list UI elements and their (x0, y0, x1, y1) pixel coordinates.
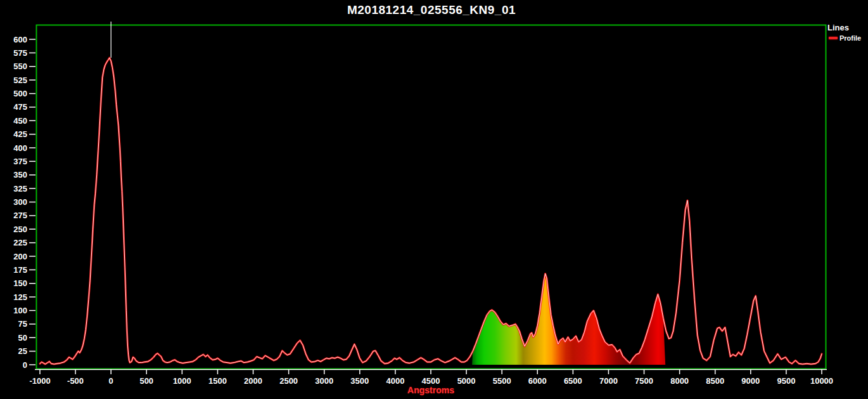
x-tick-label: -1000 (29, 376, 50, 386)
x-tick-label: 3500 (350, 376, 369, 386)
spectrum-chart: -1000-5000500100015002000250030003500400… (0, 0, 868, 399)
legend-item-label: Profile (839, 34, 861, 42)
profile-line (40, 58, 822, 364)
x-tick-label: 2500 (279, 376, 298, 386)
spectrum-viewer: M20181214_025556_KN9_01 -1000-5000500100… (0, 0, 868, 399)
x-tick-label: 9000 (741, 376, 760, 386)
y-tick-label: 500 (13, 89, 27, 98)
y-tick-label: 100 (13, 306, 27, 315)
y-tick-label: 475 (13, 102, 27, 112)
x-tick-label: 0 (109, 376, 113, 386)
y-tick-label: 125 (13, 292, 27, 302)
y-tick-label: 400 (13, 143, 27, 153)
y-tick-label: 350 (13, 170, 27, 180)
plot-border (37, 25, 826, 369)
x-tick-label: 4500 (422, 376, 440, 386)
y-tick-label: 325 (13, 184, 27, 193)
y-tick-label: 575 (13, 48, 27, 58)
y-tick-label: 425 (13, 129, 27, 139)
x-tick-label: 5500 (493, 376, 511, 386)
x-tick-label: 1500 (208, 376, 227, 386)
profile-line-core (40, 58, 822, 364)
x-tick-label: 10000 (810, 376, 833, 386)
y-tick-label: 175 (13, 265, 27, 275)
spectrum-fill (472, 273, 665, 365)
x-tick-label: 2000 (244, 376, 262, 386)
y-tick-label: 275 (13, 211, 27, 220)
x-tick-label: 9500 (777, 376, 795, 386)
x-tick-label: 6000 (528, 376, 547, 386)
x-tick-label: 1000 (173, 376, 191, 386)
y-tick-label: 75 (18, 319, 27, 329)
y-tick-label: 525 (13, 75, 27, 85)
y-tick-label: 200 (13, 252, 27, 261)
y-tick-label: 0 (23, 360, 27, 370)
x-axis-title: Angstroms (36, 385, 826, 395)
x-tick-label: 500 (139, 376, 153, 386)
y-tick-label: 375 (13, 157, 27, 166)
y-tick-label: 600 (13, 35, 27, 44)
y-tick-label: 550 (13, 62, 27, 71)
profile-line-marker-icon (829, 37, 838, 39)
y-tick-label: 250 (13, 225, 27, 234)
y-tick-label: 225 (13, 238, 27, 247)
x-tick-label: 7500 (635, 376, 653, 386)
x-tick-label: 6500 (564, 376, 582, 386)
legend-title: Lines (827, 23, 861, 32)
legend-item-profile[interactable]: Profile (829, 34, 861, 42)
y-tick-label: 150 (13, 278, 27, 288)
y-tick-label: 50 (18, 333, 27, 343)
y-tick-label: 300 (13, 197, 27, 207)
x-tick-label: -500 (67, 376, 84, 386)
x-tick-label: 4000 (386, 376, 404, 386)
x-tick-label: 8000 (670, 376, 689, 386)
x-tick-label: 8500 (706, 376, 724, 386)
y-tick-label: 25 (18, 346, 27, 356)
x-tick-label: 5000 (457, 376, 476, 386)
x-tick-label: 3000 (315, 376, 333, 386)
legend: Lines Profile (827, 23, 861, 42)
y-tick-label: 450 (13, 116, 27, 126)
x-tick-label: 7000 (599, 376, 618, 386)
